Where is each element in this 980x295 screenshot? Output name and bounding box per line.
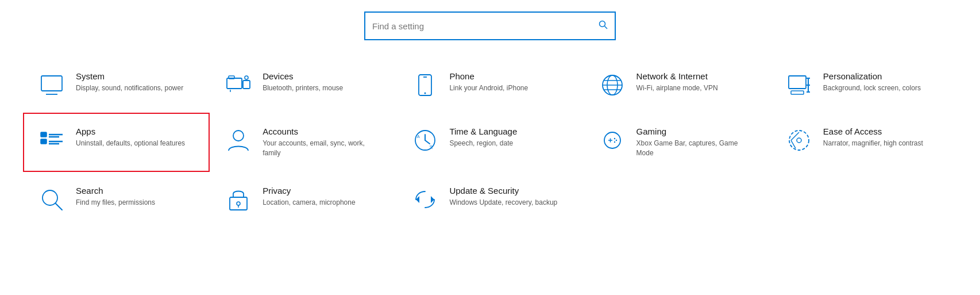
settings-item-system[interactable]: System Display, sound, notifications, po… [23,58,210,113]
item-subtitle-ease: Narrator, magnifier, high contrast [823,139,923,148]
item-text-devices: Devices Bluetooth, printers, mouse [263,71,343,93]
search-box[interactable] [364,12,616,40]
item-title-accounts: Accounts [263,127,381,136]
item-subtitle-privacy: Location, camera, microphone [263,198,355,208]
gaming-icon [599,127,626,154]
settings-item-accounts[interactable]: Accounts Your accounts, email, sync, wor… [210,113,396,172]
svg-text:A: A [417,135,420,139]
item-title-phone: Phone [449,71,528,81]
item-title-privacy: Privacy [263,186,355,196]
svg-rect-8 [229,76,234,79]
item-subtitle-network: Wi-Fi, airplane mode, VPN [636,83,718,93]
item-title-personalization: Personalization [823,71,921,81]
item-subtitle-time: Speech, region, date [449,139,517,148]
svg-point-37 [614,138,615,139]
svg-line-1 [605,26,608,29]
apps-icon [38,127,65,154]
devices-icon [225,71,252,99]
settings-item-gaming[interactable]: Gaming Xbox Game Bar, captures, Game Mod… [584,113,770,172]
item-title-network: Network & Internet [636,71,718,81]
item-title-time: Time & Language [449,127,517,136]
settings-item-network[interactable]: Network & Internet Wi-Fi, airplane mode,… [584,58,770,113]
svg-text:文: 文 [429,145,433,149]
svg-point-0 [600,21,605,27]
svg-rect-2 [41,76,62,91]
item-text-time: Time & Language Speech, region, date [449,127,517,148]
personalization-icon [785,71,813,99]
settings-item-time[interactable]: A 文 Time & Language Speech, region, date [396,113,583,172]
item-title-apps: Apps [76,127,185,136]
search-icon [38,186,65,213]
item-subtitle-phone: Link your Android, iPhone [449,83,528,93]
settings-item-update[interactable]: Update & Security Windows Update, recove… [396,172,583,227]
item-title-gaming: Gaming [636,127,755,136]
item-text-search: Search Find my files, permissions [76,186,155,208]
item-subtitle-apps: Uninstall, defaults, optional features [76,139,185,148]
svg-point-40 [789,131,809,150]
item-text-gaming: Gaming Xbox Game Bar, captures, Game Mod… [636,127,755,158]
system-icon [38,71,65,99]
settings-item-devices[interactable]: Devices Bluetooth, printers, mouse [210,58,396,113]
svg-rect-6 [243,81,250,89]
time-icon: A 文 [411,127,439,154]
svg-line-43 [56,204,62,210]
item-text-apps: Apps Uninstall, defaults, optional featu… [76,127,185,148]
settings-item-search[interactable]: Search Find my files, permissions [23,172,210,227]
phone-icon [411,71,439,99]
item-subtitle-search: Find my files, permissions [76,198,155,208]
svg-point-12 [425,93,426,94]
svg-rect-24 [41,132,47,137]
search-input[interactable] [372,21,599,31]
item-title-devices: Devices [263,71,343,81]
accounts-icon [225,127,252,154]
network-icon [599,71,626,99]
item-title-search: Search [76,186,155,196]
search-icon [599,20,608,32]
svg-point-30 [233,131,244,141]
settings-item-apps[interactable]: Apps Uninstall, defaults, optional featu… [23,113,210,172]
svg-rect-44 [230,197,247,210]
item-subtitle-accounts: Your accounts, email, sync, work, family [263,139,381,158]
item-text-phone: Phone Link your Android, iPhone [449,71,528,93]
top-bar [0,0,980,58]
item-text-privacy: Privacy Location, camera, microphone [263,186,355,208]
settings-item-privacy[interactable]: Privacy Location, camera, microphone [210,172,396,227]
svg-point-45 [237,202,240,205]
item-subtitle-update: Windows Update, recovery, backup [449,198,557,208]
item-text-network: Network & Internet Wi-Fi, airplane mode,… [636,71,718,93]
ease-icon [785,127,813,154]
item-text-system: System Display, sound, notifications, po… [76,71,183,93]
svg-point-38 [615,140,616,141]
item-title-ease: Ease of Access [823,127,923,136]
settings-item-phone[interactable]: Phone Link your Android, iPhone [396,58,583,113]
svg-rect-23 [791,91,804,94]
svg-rect-25 [41,139,47,144]
svg-point-41 [797,138,801,143]
settings-item-personalization[interactable]: Personalization Background, lock screen,… [770,58,957,113]
svg-point-9 [245,76,248,79]
item-subtitle-devices: Bluetooth, printers, mouse [263,83,343,93]
item-text-ease: Ease of Access Narrator, magnifier, high… [823,127,923,148]
item-text-accounts: Accounts Your accounts, email, sync, wor… [263,127,381,158]
item-title-update: Update & Security [449,186,557,196]
item-text-update: Update & Security Windows Update, recove… [449,186,557,208]
item-subtitle-personalization: Background, lock screen, colors [823,83,921,93]
settings-item-ease[interactable]: Ease of Access Narrator, magnifier, high… [770,113,957,172]
item-title-system: System [76,71,183,81]
privacy-icon [225,186,252,213]
svg-rect-18 [789,76,806,89]
item-subtitle-system: Display, sound, notifications, power [76,83,183,93]
svg-rect-5 [227,78,242,89]
item-subtitle-gaming: Xbox Game Bar, captures, Game Mode [636,139,755,158]
svg-point-39 [614,141,615,143]
settings-grid: System Display, sound, notifications, po… [0,58,980,227]
svg-point-42 [43,190,57,205]
item-text-personalization: Personalization Background, lock screen,… [823,71,921,93]
update-icon [411,186,439,213]
